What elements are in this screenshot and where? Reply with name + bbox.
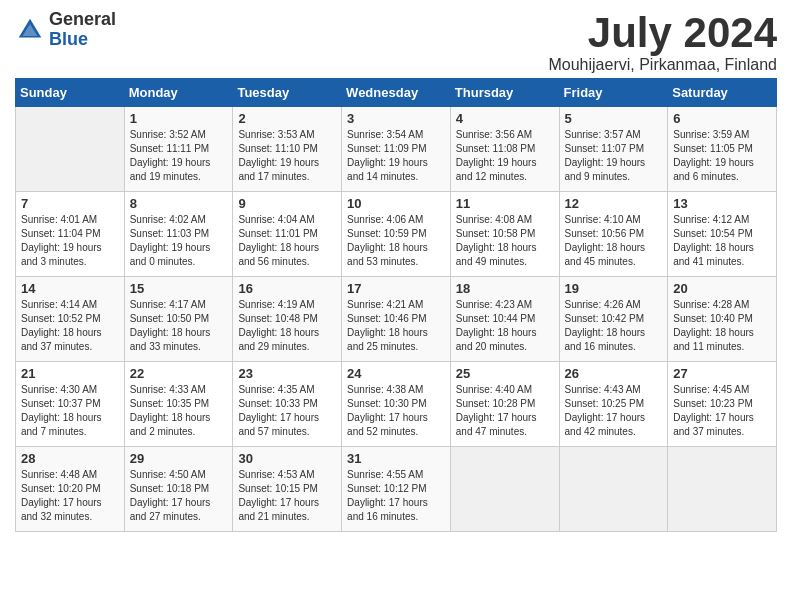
day-number: 24 [347, 366, 445, 381]
day-number: 22 [130, 366, 228, 381]
day-number: 21 [21, 366, 119, 381]
day-info: Sunrise: 4:43 AMSunset: 10:25 PMDaylight… [565, 383, 663, 439]
header-row: SundayMondayTuesdayWednesdayThursdayFrid… [16, 79, 777, 107]
day-info: Sunrise: 4:55 AMSunset: 10:12 PMDaylight… [347, 468, 445, 524]
day-number: 16 [238, 281, 336, 296]
calendar-cell: 18Sunrise: 4:23 AMSunset: 10:44 PMDaylig… [450, 277, 559, 362]
weekday-header: Monday [124, 79, 233, 107]
day-number: 11 [456, 196, 554, 211]
logo-icon [15, 15, 45, 45]
day-info: Sunrise: 4:04 AMSunset: 11:01 PMDaylight… [238, 213, 336, 269]
day-number: 4 [456, 111, 554, 126]
day-info: Sunrise: 4:02 AMSunset: 11:03 PMDaylight… [130, 213, 228, 269]
day-info: Sunrise: 4:48 AMSunset: 10:20 PMDaylight… [21, 468, 119, 524]
day-number: 28 [21, 451, 119, 466]
day-info: Sunrise: 4:12 AMSunset: 10:54 PMDaylight… [673, 213, 771, 269]
calendar-cell: 3Sunrise: 3:54 AMSunset: 11:09 PMDayligh… [342, 107, 451, 192]
day-number: 9 [238, 196, 336, 211]
weekday-header: Tuesday [233, 79, 342, 107]
day-number: 27 [673, 366, 771, 381]
calendar-cell: 13Sunrise: 4:12 AMSunset: 10:54 PMDaylig… [668, 192, 777, 277]
title-block: July 2024 Mouhijaervi, Pirkanmaa, Finlan… [548, 10, 777, 74]
calendar-cell: 28Sunrise: 4:48 AMSunset: 10:20 PMDaylig… [16, 447, 125, 532]
day-info: Sunrise: 3:56 AMSunset: 11:08 PMDaylight… [456, 128, 554, 184]
day-info: Sunrise: 4:28 AMSunset: 10:40 PMDaylight… [673, 298, 771, 354]
location-subtitle: Mouhijaervi, Pirkanmaa, Finland [548, 56, 777, 74]
month-year-title: July 2024 [548, 10, 777, 56]
day-info: Sunrise: 4:50 AMSunset: 10:18 PMDaylight… [130, 468, 228, 524]
calendar-week-row: 28Sunrise: 4:48 AMSunset: 10:20 PMDaylig… [16, 447, 777, 532]
calendar-cell: 1Sunrise: 3:52 AMSunset: 11:11 PMDayligh… [124, 107, 233, 192]
calendar-cell [16, 107, 125, 192]
day-info: Sunrise: 3:54 AMSunset: 11:09 PMDaylight… [347, 128, 445, 184]
calendar-cell [668, 447, 777, 532]
day-number: 25 [456, 366, 554, 381]
day-info: Sunrise: 4:14 AMSunset: 10:52 PMDaylight… [21, 298, 119, 354]
calendar-week-row: 7Sunrise: 4:01 AMSunset: 11:04 PMDayligh… [16, 192, 777, 277]
calendar-week-row: 14Sunrise: 4:14 AMSunset: 10:52 PMDaylig… [16, 277, 777, 362]
day-number: 15 [130, 281, 228, 296]
day-number: 30 [238, 451, 336, 466]
calendar-week-row: 21Sunrise: 4:30 AMSunset: 10:37 PMDaylig… [16, 362, 777, 447]
day-info: Sunrise: 4:21 AMSunset: 10:46 PMDaylight… [347, 298, 445, 354]
day-number: 13 [673, 196, 771, 211]
calendar-cell: 22Sunrise: 4:33 AMSunset: 10:35 PMDaylig… [124, 362, 233, 447]
calendar-cell: 30Sunrise: 4:53 AMSunset: 10:15 PMDaylig… [233, 447, 342, 532]
calendar-week-row: 1Sunrise: 3:52 AMSunset: 11:11 PMDayligh… [16, 107, 777, 192]
day-number: 17 [347, 281, 445, 296]
weekday-header: Friday [559, 79, 668, 107]
day-info: Sunrise: 4:01 AMSunset: 11:04 PMDaylight… [21, 213, 119, 269]
calendar-cell: 7Sunrise: 4:01 AMSunset: 11:04 PMDayligh… [16, 192, 125, 277]
weekday-header: Thursday [450, 79, 559, 107]
page-header: General Blue July 2024 Mouhijaervi, Pirk… [15, 10, 777, 74]
day-number: 31 [347, 451, 445, 466]
day-number: 2 [238, 111, 336, 126]
day-info: Sunrise: 4:33 AMSunset: 10:35 PMDaylight… [130, 383, 228, 439]
day-info: Sunrise: 4:38 AMSunset: 10:30 PMDaylight… [347, 383, 445, 439]
calendar-cell: 8Sunrise: 4:02 AMSunset: 11:03 PMDayligh… [124, 192, 233, 277]
calendar-cell [450, 447, 559, 532]
day-number: 7 [21, 196, 119, 211]
calendar-cell: 6Sunrise: 3:59 AMSunset: 11:05 PMDayligh… [668, 107, 777, 192]
calendar-table: SundayMondayTuesdayWednesdayThursdayFrid… [15, 78, 777, 532]
calendar-cell: 20Sunrise: 4:28 AMSunset: 10:40 PMDaylig… [668, 277, 777, 362]
calendar-cell [559, 447, 668, 532]
day-number: 6 [673, 111, 771, 126]
calendar-cell: 31Sunrise: 4:55 AMSunset: 10:12 PMDaylig… [342, 447, 451, 532]
calendar-cell: 10Sunrise: 4:06 AMSunset: 10:59 PMDaylig… [342, 192, 451, 277]
day-info: Sunrise: 3:57 AMSunset: 11:07 PMDaylight… [565, 128, 663, 184]
calendar-cell: 25Sunrise: 4:40 AMSunset: 10:28 PMDaylig… [450, 362, 559, 447]
day-number: 19 [565, 281, 663, 296]
day-info: Sunrise: 4:26 AMSunset: 10:42 PMDaylight… [565, 298, 663, 354]
calendar-cell: 21Sunrise: 4:30 AMSunset: 10:37 PMDaylig… [16, 362, 125, 447]
calendar-cell: 4Sunrise: 3:56 AMSunset: 11:08 PMDayligh… [450, 107, 559, 192]
day-info: Sunrise: 4:30 AMSunset: 10:37 PMDaylight… [21, 383, 119, 439]
day-info: Sunrise: 4:10 AMSunset: 10:56 PMDaylight… [565, 213, 663, 269]
calendar-cell: 14Sunrise: 4:14 AMSunset: 10:52 PMDaylig… [16, 277, 125, 362]
calendar-cell: 19Sunrise: 4:26 AMSunset: 10:42 PMDaylig… [559, 277, 668, 362]
calendar-cell: 12Sunrise: 4:10 AMSunset: 10:56 PMDaylig… [559, 192, 668, 277]
calendar-cell: 11Sunrise: 4:08 AMSunset: 10:58 PMDaylig… [450, 192, 559, 277]
logo-text: General Blue [49, 10, 116, 50]
calendar-cell: 24Sunrise: 4:38 AMSunset: 10:30 PMDaylig… [342, 362, 451, 447]
weekday-header: Saturday [668, 79, 777, 107]
day-info: Sunrise: 4:17 AMSunset: 10:50 PMDaylight… [130, 298, 228, 354]
calendar-cell: 16Sunrise: 4:19 AMSunset: 10:48 PMDaylig… [233, 277, 342, 362]
day-info: Sunrise: 4:23 AMSunset: 10:44 PMDaylight… [456, 298, 554, 354]
calendar-cell: 5Sunrise: 3:57 AMSunset: 11:07 PMDayligh… [559, 107, 668, 192]
day-info: Sunrise: 3:52 AMSunset: 11:11 PMDaylight… [130, 128, 228, 184]
logo-blue: Blue [49, 30, 116, 50]
day-number: 14 [21, 281, 119, 296]
day-number: 10 [347, 196, 445, 211]
calendar-cell: 29Sunrise: 4:50 AMSunset: 10:18 PMDaylig… [124, 447, 233, 532]
calendar-cell: 17Sunrise: 4:21 AMSunset: 10:46 PMDaylig… [342, 277, 451, 362]
calendar-cell: 15Sunrise: 4:17 AMSunset: 10:50 PMDaylig… [124, 277, 233, 362]
logo-general: General [49, 10, 116, 30]
day-info: Sunrise: 4:06 AMSunset: 10:59 PMDaylight… [347, 213, 445, 269]
day-info: Sunrise: 3:59 AMSunset: 11:05 PMDaylight… [673, 128, 771, 184]
day-number: 29 [130, 451, 228, 466]
day-info: Sunrise: 4:40 AMSunset: 10:28 PMDaylight… [456, 383, 554, 439]
day-number: 26 [565, 366, 663, 381]
calendar-cell: 26Sunrise: 4:43 AMSunset: 10:25 PMDaylig… [559, 362, 668, 447]
day-number: 12 [565, 196, 663, 211]
